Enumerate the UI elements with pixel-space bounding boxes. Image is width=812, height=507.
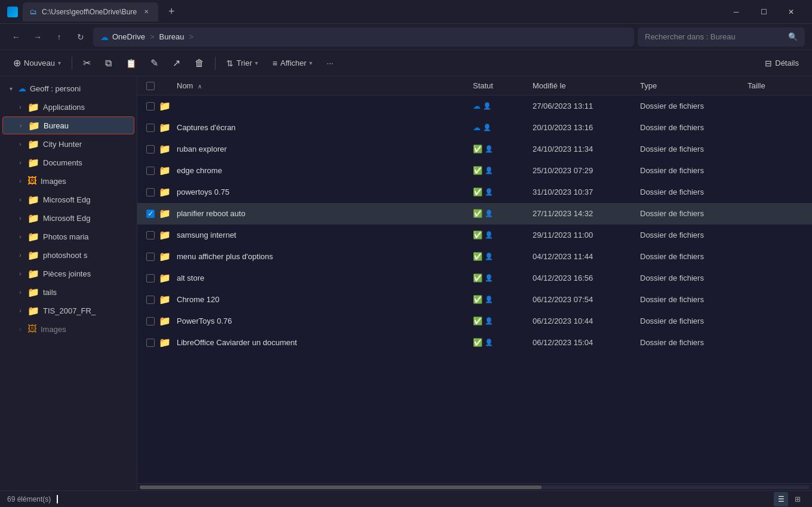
row-checkbox-3[interactable] <box>142 145 159 153</box>
header-nom[interactable]: Nom ∧ <box>159 81 473 90</box>
select-all-checkbox[interactable] <box>146 82 155 90</box>
checkbox-10[interactable] <box>146 296 155 304</box>
status-count: 69 élément(s) <box>7 495 51 503</box>
nouveau-button[interactable]: ⊕ Nouveau ▾ <box>7 54 67 73</box>
copy-icon: ⧉ <box>105 58 112 69</box>
sidebar-item-images2[interactable]: › 🖼 Images <box>2 320 134 338</box>
checkbox-2[interactable] <box>146 124 155 132</box>
file-row[interactable]: 📁 ruban explorer ✅ 👤 24/10/2023 11:34 Do… <box>137 139 812 160</box>
ms-edge1-folder-icon: 📁 <box>27 194 39 205</box>
images-folder-icon: 🖼 <box>27 176 37 186</box>
header-taille[interactable]: Taille <box>748 81 807 90</box>
row-checkbox-5[interactable] <box>142 188 159 196</box>
cut-button[interactable]: ✂ <box>77 54 97 73</box>
maximize-button[interactable]: ☐ <box>750 0 777 24</box>
checkbox-1[interactable] <box>146 102 155 110</box>
cut-icon: ✂ <box>83 57 91 69</box>
checkbox-3[interactable] <box>146 145 155 153</box>
address-bar[interactable]: ☁ OneDrive > Bureau > <box>93 27 634 47</box>
file-type-7: Dossier de fichiers <box>640 231 748 239</box>
file-name-4: edge chrome <box>177 166 473 175</box>
sidebar-root[interactable]: ▾ ☁ Geoff : personi <box>2 79 134 97</box>
list-view-button[interactable]: ☰ <box>774 492 788 506</box>
file-row[interactable]: 📁 edge chrome ✅ 👤 25/10/2023 07:29 Dossi… <box>137 160 812 182</box>
photoshoot-chevron: › <box>17 252 24 259</box>
sidebar-item-tis[interactable]: › 📁 TIS_2007_FR_ <box>2 302 134 319</box>
folder-icon-7: 📁 <box>159 229 172 241</box>
file-date-7: 29/11/2023 11:00 <box>533 231 640 239</box>
row-checkbox-9[interactable] <box>142 274 159 282</box>
rename-button[interactable]: ✎ <box>144 54 164 73</box>
file-row[interactable]: 📁 powertoys 0.75 ✅ 👤 31/10/2023 10:37 Do… <box>137 182 812 203</box>
sidebar-item-documents[interactable]: › 📁 Documents <box>2 153 134 171</box>
row-checkbox-7[interactable] <box>142 231 159 239</box>
delete-button[interactable]: 🗑 <box>189 54 210 73</box>
sidebar-item-ms-edge2[interactable]: › 📁 Microsoft Edg <box>2 209 134 227</box>
new-tab-button[interactable]: + <box>163 4 180 20</box>
checkbox-8[interactable] <box>146 253 155 261</box>
photos-maria-label: Photos maria <box>43 232 130 241</box>
file-row[interactable]: 📁 PowerToys 0.76 ✅ 👤 06/12/2023 10:44 Do… <box>137 311 812 332</box>
header-type[interactable]: Type <box>640 81 748 90</box>
sidebar-item-applications[interactable]: › 📁 Applications <box>2 98 134 116</box>
row-checkbox-4[interactable] <box>142 167 159 175</box>
checkbox-6[interactable]: ✓ <box>146 210 155 218</box>
refresh-button[interactable]: ↻ <box>72 28 90 46</box>
header-statut[interactable]: Statut <box>473 81 533 90</box>
row-checkbox-1[interactable] <box>142 102 159 110</box>
sidebar-item-tails[interactable]: › 📁 tails <box>2 283 134 301</box>
row-checkbox-8[interactable] <box>142 253 159 261</box>
file-row[interactable]: 📁 alt store ✅ 👤 04/12/2023 16:56 Dossier… <box>137 268 812 289</box>
file-row[interactable]: 📁 samsung internet ✅ 👤 29/11/2023 11:00 … <box>137 225 812 246</box>
file-row[interactable]: 📁 Captures d'écran ☁ 👤 20/10/2023 13:16 … <box>137 117 812 139</box>
trier-button[interactable]: ⇅ Trier ▾ <box>220 54 264 73</box>
afficher-button[interactable]: ≡ Afficher ▾ <box>266 54 318 73</box>
row-checkbox-10[interactable] <box>142 296 159 304</box>
detail-view-button[interactable]: ⊞ <box>791 492 805 506</box>
sidebar-item-ms-edge1[interactable]: › 📁 Microsoft Edg <box>2 190 134 208</box>
copy-button[interactable]: ⧉ <box>99 54 118 73</box>
checkbox-7[interactable] <box>146 231 155 239</box>
up-button[interactable]: ↑ <box>50 28 68 46</box>
sidebar-item-images[interactable]: › 🖼 Images <box>2 172 134 190</box>
file-row-selected[interactable]: ✓ 📁 planifier reboot auto ✅ 👤 27/11/2023… <box>137 203 812 225</box>
row-checkbox-12[interactable] <box>142 339 159 347</box>
checkbox-5[interactable] <box>146 188 155 196</box>
details-button[interactable]: ⊟ Détails <box>759 54 805 73</box>
file-row[interactable]: 📁 Chrome 120 ✅ 👤 06/12/2023 07:54 Dossie… <box>137 289 812 311</box>
documents-chevron: › <box>17 159 24 166</box>
folder-icon-5: 📁 <box>159 186 172 198</box>
sidebar-item-pieces-jointes[interactable]: › 📁 Pièces jointes <box>2 265 134 282</box>
tab-close-button[interactable]: ✕ <box>142 7 151 17</box>
file-row[interactable]: 📁 ☁ 👤 27/06/2023 13:11 Dossier de fichie… <box>137 96 812 117</box>
row-checkbox-2[interactable] <box>142 124 159 132</box>
images2-label: Images <box>41 325 130 334</box>
header-checkbox[interactable] <box>142 82 159 90</box>
paste-button[interactable]: 📋 <box>120 54 142 73</box>
search-bar[interactable]: Rechercher dans : Bureau 🔍 <box>638 27 805 47</box>
forward-button[interactable]: → <box>29 28 47 46</box>
sidebar-item-photos-maria[interactable]: › 📁 Photos maria <box>2 228 134 245</box>
share-button[interactable]: ↗ <box>167 54 186 73</box>
close-button[interactable]: ✕ <box>777 0 805 24</box>
minimize-button[interactable]: ─ <box>722 0 750 24</box>
back-button[interactable]: ← <box>7 28 25 46</box>
sidebar-item-photoshoot[interactable]: › 📁 photoshoot s <box>2 246 134 264</box>
header-modifie[interactable]: Modifié le <box>533 81 640 90</box>
checkbox-9[interactable] <box>146 274 155 282</box>
row-checkbox-11[interactable] <box>142 317 159 325</box>
file-date-4: 25/10/2023 07:29 <box>533 166 640 175</box>
checkbox-12[interactable] <box>146 339 155 347</box>
file-row[interactable]: 📁 LibreOffice Caviarder un document ✅ 👤 … <box>137 332 812 354</box>
sidebar-item-bureau[interactable]: › 📁 Bureau <box>2 116 134 134</box>
sidebar-item-city-hunter[interactable]: › 📁 City Hunter <box>2 135 134 153</box>
more-button[interactable]: ··· <box>321 54 339 73</box>
toolbar: ⊕ Nouveau ▾ ✂ ⧉ 📋 ✎ ↗ 🗑 ⇅ Trier ▾ ≡ Affi… <box>0 50 812 76</box>
file-type-8: Dossier de fichiers <box>640 252 748 261</box>
tab-active[interactable]: 🗂 C:\Users\geoff\OneDrive\Bure ✕ <box>23 2 158 21</box>
file-row[interactable]: 📁 menu afficher plus d'options ✅ 👤 04/12… <box>137 246 812 268</box>
checkbox-4[interactable] <box>146 167 155 175</box>
horizontal-scrollbar[interactable] <box>137 483 812 490</box>
checkbox-11[interactable] <box>146 317 155 325</box>
row-checkbox-6[interactable]: ✓ <box>142 210 159 218</box>
